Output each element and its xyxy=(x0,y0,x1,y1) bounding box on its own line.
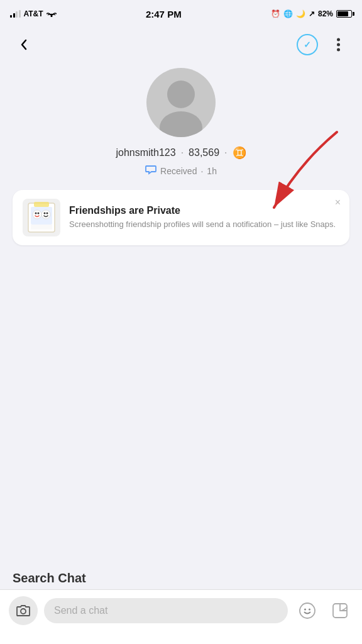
bottom-bar: Send a chat xyxy=(0,589,362,644)
received-label: Received xyxy=(160,166,197,176)
svg-point-4 xyxy=(167,80,195,108)
svg-point-0 xyxy=(50,15,52,17)
svg-point-1 xyxy=(337,38,340,42)
status-bar: AT&T 2:47 PM ⏰ 🌐 🌙 ↗ 82% xyxy=(0,0,362,28)
avatar xyxy=(146,68,216,137)
emoji-button[interactable] xyxy=(294,597,321,624)
svg-point-12 xyxy=(35,213,37,214)
carrier-label: AT&T xyxy=(24,9,43,18)
chat-bubble-icon xyxy=(145,165,156,177)
chat-input[interactable]: Send a chat xyxy=(44,598,288,623)
svg-point-11 xyxy=(41,210,50,219)
zodiac-icon: ♊ xyxy=(233,146,246,160)
wifi-icon xyxy=(47,9,57,19)
dot-separator-2: · xyxy=(224,147,227,158)
username-label: johnsmith123 xyxy=(116,147,175,158)
status-right: ⏰ 🌐 🌙 ↗ 82% xyxy=(271,9,352,18)
svg-point-17 xyxy=(21,609,26,614)
card-title: Friendships are Private xyxy=(69,205,339,216)
svg-rect-16 xyxy=(31,225,52,230)
svg-point-3 xyxy=(337,48,340,52)
location-icon: ↗ xyxy=(309,9,315,18)
alarm-icon: ⏰ xyxy=(271,9,280,18)
polaroid-icon xyxy=(23,199,60,236)
svg-point-13 xyxy=(38,213,40,214)
avatar-silhouette xyxy=(146,68,216,137)
signal-icon xyxy=(10,10,21,18)
snap-score: 83,569 xyxy=(189,147,219,158)
nav-bar xyxy=(0,28,362,62)
chat-input-placeholder: Send a chat xyxy=(54,605,107,616)
screen-time-icon: 🌐 xyxy=(283,9,293,18)
score-target-icon[interactable] xyxy=(297,34,318,55)
status-time: 2:47 PM xyxy=(146,9,182,19)
status-left: AT&T xyxy=(10,9,57,19)
back-button[interactable] xyxy=(13,33,35,56)
card-text-area: Friendships are Private Screenshotting f… xyxy=(69,205,339,230)
card-description: Screenshotting friendship profiles will … xyxy=(69,219,339,230)
sticker-button[interactable] xyxy=(327,597,353,624)
bottom-section: Search Chat Send a chat xyxy=(0,564,362,644)
profile-section: johnsmith123 · 83,569 · ♊ Received · 1h xyxy=(0,62,362,190)
camera-button[interactable] xyxy=(9,596,38,625)
received-time: 1h xyxy=(207,166,217,176)
svg-point-20 xyxy=(309,609,310,611)
dot-separator-3: · xyxy=(200,166,203,176)
svg-point-14 xyxy=(44,213,46,214)
svg-point-15 xyxy=(47,213,48,214)
svg-point-18 xyxy=(300,603,315,618)
battery-percentage: 82% xyxy=(318,9,333,18)
svg-point-10 xyxy=(33,210,41,219)
username-row: johnsmith123 · 83,569 · ♊ xyxy=(116,146,246,160)
nav-actions xyxy=(297,33,349,56)
svg-point-5 xyxy=(160,111,202,137)
info-card: Friendships are Private Screenshotting f… xyxy=(13,190,349,245)
dot-separator-1: · xyxy=(181,147,184,158)
card-close-button[interactable]: × xyxy=(335,197,341,208)
svg-point-19 xyxy=(304,609,306,611)
received-row: Received · 1h xyxy=(145,165,217,177)
svg-rect-8 xyxy=(34,202,49,207)
more-options-button[interactable] xyxy=(327,33,349,56)
moon-icon: 🌙 xyxy=(296,9,305,18)
battery-icon xyxy=(336,10,352,18)
svg-point-2 xyxy=(337,43,340,47)
search-chat-label: Search Chat xyxy=(0,564,362,589)
